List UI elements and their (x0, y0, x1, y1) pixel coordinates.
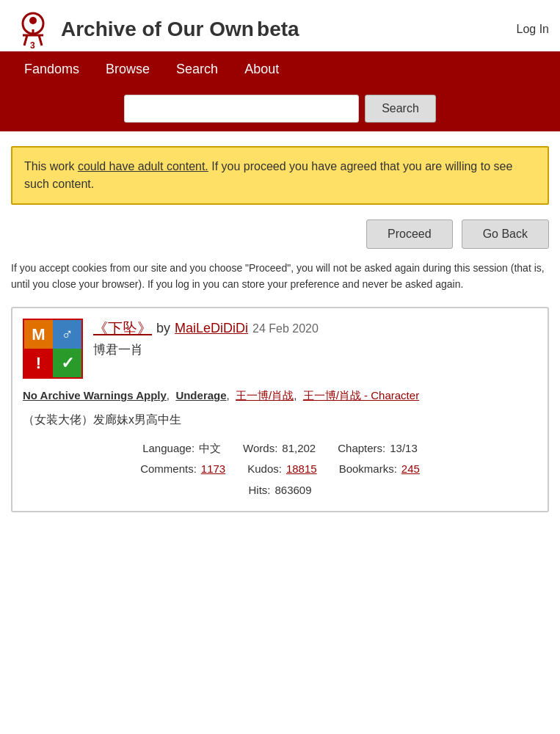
rating-m-icon: M (24, 320, 53, 349)
language-label: Language: (142, 438, 194, 459)
hits-label: Hits: (248, 480, 270, 501)
work-title-area: 《下坠》 by MaiLeDiDiDi 24 Feb 2020 博君一肖 (93, 319, 537, 358)
work-tags: No Archive Warnings Apply, Underage, 王一博… (23, 386, 537, 405)
work-title-line: 《下坠》 by MaiLeDiDiDi 24 Feb 2020 (93, 319, 537, 338)
tag-fandom2[interactable]: 王一博/肖战 - Character (303, 389, 419, 401)
rating-icons: M ♂ ! ✓ (23, 319, 83, 379)
words-value: 81,202 (282, 438, 316, 459)
main-content: This work could have adult content. If y… (0, 131, 560, 527)
proceed-row: Proceed Go Back (11, 219, 549, 249)
nav-about[interactable]: About (231, 51, 292, 87)
rating-male-icon: ♂ (53, 320, 81, 349)
svg-text:3: 3 (30, 40, 35, 51)
tag-underage[interactable]: Underage (175, 389, 226, 401)
chapters-label: Chapters: (338, 438, 385, 459)
adult-warning-box: This work could have adult content. If y… (11, 146, 549, 205)
work-author-link[interactable]: MaiLeDiDiDi (175, 321, 248, 336)
navbar: Fandoms Browse Search About (0, 51, 560, 87)
stat-comments: Comments: 1173 (140, 459, 225, 480)
rating-check-icon: ✓ (53, 349, 81, 377)
logo-area: 3 Archive of Our Own beta (11, 7, 299, 51)
header: 3 Archive of Our Own beta Log In (0, 0, 560, 51)
comments-value[interactable]: 1173 (201, 459, 225, 480)
work-title-link[interactable]: 《下坠》 (93, 319, 152, 338)
bookmarks-label: Bookmarks: (339, 459, 397, 480)
search-input[interactable] (124, 95, 359, 123)
nav-search[interactable]: Search (163, 51, 231, 87)
login-link[interactable]: Log In (517, 23, 549, 36)
by-label: by (156, 321, 170, 336)
proceed-button[interactable]: Proceed (366, 219, 453, 249)
hits-value: 863609 (274, 480, 311, 501)
stat-words: Words: 81,202 (243, 438, 316, 459)
search-bar-row: Search (0, 87, 560, 131)
stat-kudos: Kudos: 18815 (247, 459, 316, 480)
stat-language: Language: 中文 (142, 438, 221, 459)
svg-line-4 (39, 35, 42, 46)
work-stats: Language: 中文 Words: 81,202 Chapters: 13/… (23, 438, 537, 501)
language-value: 中文 (199, 438, 221, 459)
work-date: 24 Feb 2020 (252, 322, 319, 335)
stats-row-3: Hits: 863609 (23, 480, 537, 501)
cookie-info-text: If you accept cookies from our site and … (11, 261, 549, 292)
words-label: Words: (243, 438, 277, 459)
stats-row-1: Language: 中文 Words: 81,202 Chapters: 13/… (23, 438, 537, 459)
stat-bookmarks: Bookmarks: 245 (339, 459, 420, 480)
work-header: M ♂ ! ✓ 《下坠》 by MaiLeDiDiDi 24 Feb 2020 … (23, 319, 537, 379)
stat-hits: Hits: 863609 (248, 480, 311, 501)
comments-label: Comments: (140, 459, 197, 480)
rating-exclaim-icon: ! (24, 349, 53, 377)
kudos-label: Kudos: (247, 459, 282, 480)
work-subtitle: 博君一肖 (93, 341, 537, 358)
nav-fandoms[interactable]: Fandoms (11, 51, 92, 87)
stats-row-2: Comments: 1173 Kudos: 18815 Bookmarks: 2… (23, 459, 537, 480)
nav-browse[interactable]: Browse (92, 51, 163, 87)
site-name: Archive of Our Own beta (61, 18, 299, 41)
kudos-value[interactable]: 18815 (286, 459, 317, 480)
svg-line-3 (24, 35, 27, 46)
work-summary: （女装大佬）发廊妹x男高中生 (23, 413, 537, 428)
chapters-value: 13/13 (390, 438, 418, 459)
tag-no-warnings[interactable]: No Archive Warnings Apply (23, 389, 167, 401)
search-button[interactable]: Search (365, 95, 436, 123)
work-card: M ♂ ! ✓ 《下坠》 by MaiLeDiDiDi 24 Feb 2020 … (11, 307, 549, 512)
bookmarks-value[interactable]: 245 (401, 459, 420, 480)
stat-chapters: Chapters: 13/13 (338, 438, 418, 459)
tag-fandom1[interactable]: 王一博/肖战 (236, 389, 294, 401)
ao3-logo-icon: 3 (11, 7, 55, 51)
go-back-button[interactable]: Go Back (462, 219, 549, 249)
svg-point-1 (29, 17, 37, 24)
adult-warning-text: This work could have adult content. If y… (24, 158, 536, 193)
